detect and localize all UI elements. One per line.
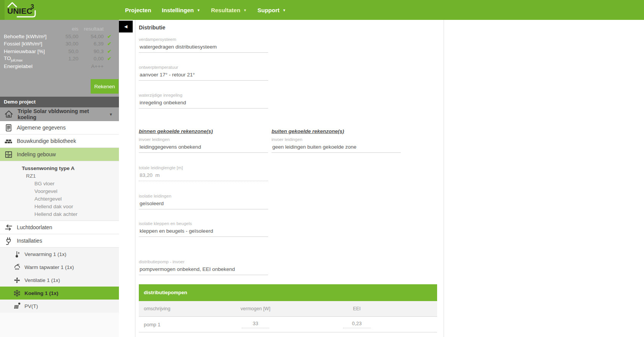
nav-item-projecten[interactable]: Projecten [125, 7, 151, 13]
field-value[interactable]: inregeling onbekend [139, 98, 268, 109]
chevron-left-icon: ◀ [124, 24, 127, 29]
sidebar-item-label: Algemene gegevens [17, 125, 66, 131]
floorplan-icon [4, 150, 13, 159]
field-ontwerptemperatuur[interactable]: ontwerptemperatuur aanvoer 17° - retour … [139, 65, 268, 81]
nav-item-label: Support [257, 7, 280, 13]
section-buiten-gekoelde-rekenzone: buiten gekoelde rekenzone(s) invoer leid… [272, 128, 401, 153]
nav-item-resultaten[interactable]: Resultaten▼ [211, 7, 247, 13]
results-row-label: Hernieuwbaar [%] [4, 49, 57, 54]
results-row-label: Behoefte [kWh/m²] [4, 34, 57, 39]
sidebar-item-ventilatie[interactable]: Ventilatie 1 (1x) [0, 274, 119, 287]
field-label: verdampersysteem [139, 37, 268, 42]
field-isolatie-leidingen[interactable]: isolatie leidingen geïsoleerd [139, 193, 268, 209]
field-value[interactable]: pompvermogen onbekend, EEI onbekend [139, 265, 268, 275]
rekenen-button[interactable]: Rekenen [91, 79, 119, 94]
section-title-binnen: binnen gekoelde rekenzone(s) [139, 128, 268, 134]
field-value[interactable]: geen leidingen buiten gekoelde zone [272, 143, 401, 153]
table-column-headers: omschrijving vermogen [W] EEI [139, 301, 437, 317]
shower-icon [13, 263, 21, 271]
results-row-label: TOjuli;max [4, 55, 57, 62]
cell-vermogen[interactable]: 33 [242, 321, 269, 328]
field-value[interactable]: leidinggegevens onbekend [139, 143, 268, 153]
sidebar-item-installaties[interactable]: Installaties [0, 234, 119, 248]
tree-node[interactable]: Tussenwoning type A [0, 165, 119, 172]
col-header-eis: eis [57, 26, 78, 32]
main-content: Distributie verdampersysteem watergedrag… [135, 20, 444, 337]
field-totale-leidinglengte: totale leidinglengte [m] 83,20 m [139, 165, 268, 181]
nav-item-label: Instellingen [162, 7, 194, 13]
nav-item-instellingen[interactable]: Instellingen▼ [162, 7, 200, 13]
plug-icon [4, 237, 13, 245]
eis-value: 50,0 [57, 49, 78, 54]
uniec3-app: UNIEC 3 ProjectenInstellingen▼Resultaten… [0, 0, 644, 337]
check-icon: ✔ [104, 34, 115, 39]
results-row-label: Fossiel [kWh/m²] [4, 41, 57, 47]
project-name: Triple Solar vbldwoning met koeling [18, 108, 105, 120]
sidebar-item-luchtdoorlaten[interactable]: Luchtdoorlaten [0, 221, 119, 234]
navbar-left-edge [0, 0, 5, 20]
tree-node[interactable]: Hellend dak voor [0, 203, 119, 211]
resultaat-value: 6,39 [78, 41, 104, 47]
resultaat-value: A+++ [78, 63, 104, 69]
uniec3-logo[interactable]: UNIEC 3 [5, 2, 41, 18]
check-icon: ✔ [104, 41, 115, 47]
sidebar-item-koeling[interactable]: Koeling 1 (1x) [0, 287, 119, 300]
tree-node[interactable]: Hellend dak achter [0, 211, 119, 218]
resultaat-value: 0,00 [78, 56, 104, 62]
tree-node[interactable]: Voorgevel [0, 188, 119, 195]
airflow-icon [4, 223, 13, 232]
table-header: distributiepompen [139, 284, 437, 301]
home-icon [4, 110, 13, 119]
nav-item-support[interactable]: Support▼ [257, 7, 286, 13]
field-distributiepomp-invoer[interactable]: distributiepomp - invoer pompvermogen on… [139, 259, 268, 275]
field-label: invoer leidingen [272, 137, 401, 143]
field-isolatie-kleppen-en-beugels[interactable]: isolatie kleppen en beugels kleppen en b… [139, 221, 268, 237]
sidebar-item-indeling-gebouw[interactable]: Indeling gebouw [0, 148, 119, 161]
results-row: Behoefte [kWh/m²]55,0054,00✔ [0, 33, 119, 41]
tree-node[interactable]: Achtergevel [0, 195, 119, 203]
results-row: EnergielabelA+++ [0, 63, 119, 70]
sidebar-item-project[interactable]: Triple Solar vbldwoning met koeling ▼ [0, 107, 119, 121]
collapse-sidebar-button[interactable]: ◀ [119, 21, 133, 32]
sidebar-item-label: PV(T) [24, 303, 38, 309]
field-value: 83,20 m [139, 171, 268, 181]
field-invoer-leidingen-buiten[interactable]: invoer leidingen geen leidingen buiten g… [272, 137, 401, 153]
installations-list: Verwarming 1 (1x)Warm tapwater 1 (1x)Ven… [0, 248, 119, 313]
sidebar-item-algemene-gegevens[interactable]: Algemene gegevens [0, 121, 119, 134]
sidebar-item-label: Luchtdoorlaten [17, 224, 52, 230]
eis-value: 55,00 [57, 34, 78, 39]
chevron-down-icon: ▼ [243, 8, 247, 12]
cell-eei[interactable]: 0,23 [343, 321, 371, 328]
field-value[interactable]: aanvoer 17° - retour 21° [139, 70, 268, 81]
results-rows: eisresultaatBehoefte [kWh/m²]55,0054,00✔… [0, 25, 119, 70]
building-tree: Tussenwoning type ARZ1BG vloerVoorgevelA… [0, 161, 119, 221]
sidebar-item-pvt[interactable]: PV(T) [0, 300, 119, 313]
field-waterzijdige-inregeling[interactable]: waterzijdige inregeling inregeling onbek… [139, 92, 268, 109]
section-title-buiten: buiten gekoelde rekenzone(s) [272, 128, 401, 134]
sidebar-item-warm-tapwater[interactable]: Warm tapwater 1 (1x) [0, 261, 119, 274]
distributiepompen-table: distributiepompen omschrijving vermogen … [139, 284, 437, 332]
field-verdampersysteem[interactable]: verdampersysteem watergedragen distribut… [139, 37, 268, 53]
field-value[interactable]: kleppen en beugels - geïsoleerd [139, 227, 268, 237]
field-value[interactable]: watergedragen distributiesysteem [139, 42, 268, 53]
document-icon [4, 123, 13, 132]
sidebar-tree: Algemene gegevensBouwkundige bibliotheek… [0, 121, 119, 313]
snowflake-icon [13, 289, 21, 297]
tree-node[interactable]: RZ1 [0, 172, 119, 180]
thermometer-icon [13, 250, 21, 258]
field-invoer-leidingen-binnen[interactable]: invoer leidingen leidinggegevens onbeken… [139, 137, 268, 153]
tree-node[interactable]: BG vloer [0, 180, 119, 188]
cell-omschrijving: pomp 1 [139, 322, 215, 327]
length-unit: m [155, 172, 159, 178]
logo-text: UNIEC [7, 6, 32, 15]
field-value[interactable]: geïsoleerd [139, 199, 268, 209]
sidebar-item-verwarming[interactable]: Verwarming 1 (1x) [0, 248, 119, 261]
fan-icon [13, 276, 21, 284]
col-header-vermogen: vermogen [W] [215, 306, 296, 311]
sidebar-item-bouwkundige-bibliotheek[interactable]: Bouwkundige bibliotheek [0, 134, 119, 148]
chevron-down-icon: ▼ [197, 8, 200, 12]
project-bar: Demo project [0, 97, 119, 107]
resultaat-value: 54,00 [78, 34, 104, 39]
chevron-down-icon: ▼ [109, 112, 113, 117]
col-header-omschrijving: omschrijving [139, 306, 215, 311]
